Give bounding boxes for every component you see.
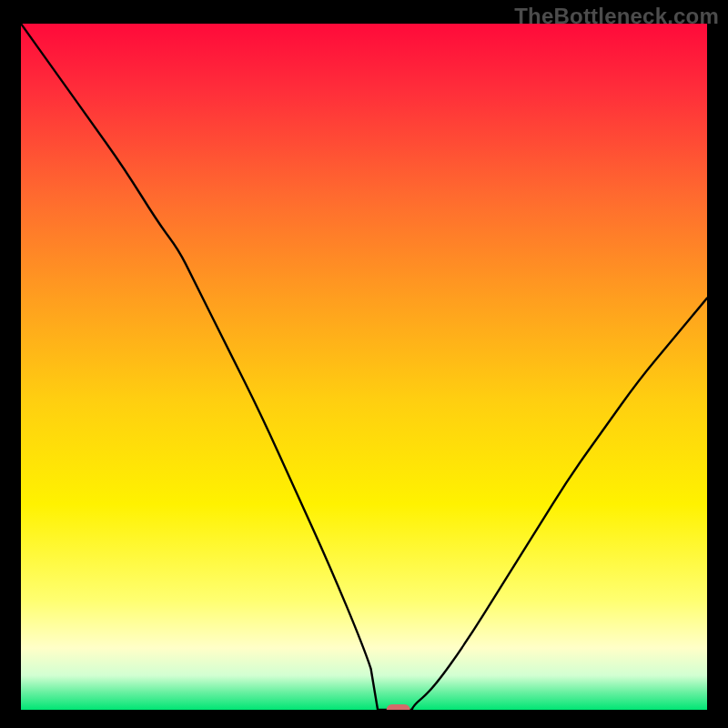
watermark-text: TheBottleneck.com bbox=[514, 4, 719, 29]
chart-frame: TheBottleneck.com bbox=[0, 0, 728, 728]
optimal-marker bbox=[387, 704, 410, 710]
chart-svg bbox=[21, 24, 707, 710]
plot-area bbox=[21, 24, 707, 710]
gradient-background bbox=[21, 24, 707, 710]
